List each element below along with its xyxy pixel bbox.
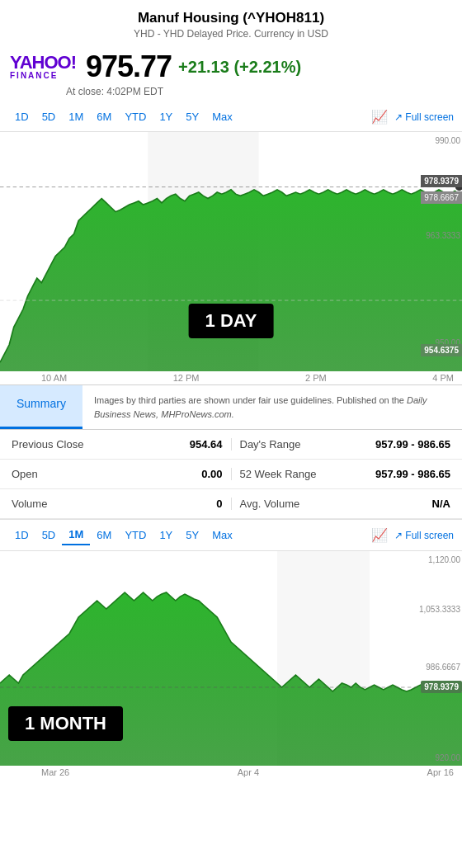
x-label-12pm: 12 PM bbox=[173, 373, 200, 383]
stats-divider-3 bbox=[231, 498, 232, 510]
chart-1-month-label: 1 MONTH bbox=[8, 706, 123, 741]
tab-5d[interactable]: 5D bbox=[35, 107, 63, 126]
yahoo-finance-label: FINANCE bbox=[10, 72, 58, 80]
x-label-2pm: 2 PM bbox=[305, 373, 327, 383]
chart-1-x-labels: 10 AM 12 PM 2 PM 4 PM bbox=[0, 371, 462, 384]
chart-type-icon[interactable]: 📈 bbox=[371, 109, 388, 125]
prev-close-value: 954.64 bbox=[157, 438, 223, 451]
x2-label-apr4: Apr 4 bbox=[238, 767, 259, 777]
yahoo-logo-text: YAHOO! bbox=[10, 54, 76, 72]
stock-subtitle: YHD - YHD Delayed Price. Currency in USD bbox=[8, 28, 454, 40]
tab2-5d[interactable]: 5D bbox=[35, 526, 63, 545]
stats-table: Previous Close 954.64 Day's Range 957.99… bbox=[0, 430, 462, 519]
y2-label-1: 1,120.00 bbox=[428, 555, 460, 564]
price-time: At close: 4:02PM EDT bbox=[0, 86, 462, 102]
x2-label-apr16: Apr 16 bbox=[427, 767, 454, 777]
avg-volume-value: N/A bbox=[384, 498, 450, 510]
chart-1-wrapper: 990.00 978.6667 963.3333 950.00 bbox=[0, 132, 462, 384]
chart2-price-tag: 978.9379 bbox=[421, 681, 462, 693]
chart-2: 978.9379 1 MONTH bbox=[0, 551, 462, 766]
x-label-10am: 10 AM bbox=[41, 373, 67, 383]
y-label-1: 990.00 bbox=[435, 136, 460, 145]
tab2-1y[interactable]: 1Y bbox=[153, 526, 179, 545]
tab2-6m[interactable]: 6M bbox=[90, 526, 118, 545]
yahoo-logo: YAHOO! FINANCE bbox=[10, 54, 76, 80]
summary-tab[interactable]: Summary bbox=[0, 385, 82, 429]
chart-1-day-label: 1 DAY bbox=[189, 304, 274, 338]
days-range-label: Day's Range bbox=[240, 438, 375, 451]
stats-divider-1 bbox=[231, 438, 232, 451]
stock-title: Manuf Housing (^YHOH811) bbox=[8, 10, 454, 26]
stats-cell-prev-close: Previous Close 954.64 bbox=[12, 438, 223, 451]
tab-6m[interactable]: 6M bbox=[90, 107, 118, 126]
stats-cell-days-range: Day's Range 957.99 - 986.65 bbox=[240, 438, 451, 451]
y-axis-labels-2: 1,120.00 1,053.3333 986.6667 920.00 bbox=[408, 551, 462, 766]
tab2-1m[interactable]: 1M bbox=[62, 525, 90, 545]
stats-cell-avg-volume: Avg. Volume N/A bbox=[240, 498, 451, 510]
days-range-value: 957.99 - 986.65 bbox=[375, 438, 450, 451]
stock-header: Manuf Housing (^YHOH811) YHD - YHD Delay… bbox=[0, 0, 462, 43]
volume-label: Volume bbox=[12, 498, 157, 510]
fullscreen-button[interactable]: ↗ Full screen bbox=[394, 111, 454, 123]
prev-close-label: Previous Close bbox=[12, 438, 157, 451]
open-value: 0.00 bbox=[157, 468, 223, 480]
stats-row-1: Previous Close 954.64 Day's Range 957.99… bbox=[0, 430, 462, 460]
y2-label-3: 986.6667 bbox=[426, 663, 460, 672]
stats-cell-open: Open 0.00 bbox=[12, 468, 223, 480]
fair-use-text: Images by third parties are shown under … bbox=[94, 395, 427, 419]
tab-max[interactable]: Max bbox=[205, 107, 239, 126]
summary-section: Summary Images by third parties are show… bbox=[0, 384, 462, 430]
tab-bar-2: 1D 5D 1M 6M YTD 1Y 5Y Max 📈 ↗ Full scree… bbox=[0, 519, 462, 551]
fullscreen2-label: Full screen bbox=[405, 530, 454, 541]
stats-divider-2 bbox=[231, 468, 232, 480]
tab2-ytd[interactable]: YTD bbox=[118, 526, 153, 545]
tab-1d[interactable]: 1D bbox=[8, 107, 35, 126]
stats-cell-52week: 52 Week Range 957.99 - 986.65 bbox=[240, 468, 451, 480]
volume-value: 0 bbox=[157, 498, 223, 510]
fullscreen2-arrow-icon: ↗ bbox=[394, 530, 403, 541]
fair-use-notice: Images by third parties are shown under … bbox=[82, 385, 462, 429]
y2-label-4: 920.00 bbox=[435, 753, 460, 762]
tab2-1d[interactable]: 1D bbox=[8, 526, 35, 545]
chart-1: 978.9379 978.6667 954.6375 1 DAY bbox=[0, 132, 462, 371]
y-label-3: 963.3333 bbox=[426, 231, 460, 240]
stats-cell-volume: Volume 0 bbox=[12, 498, 223, 510]
tab2-max[interactable]: Max bbox=[205, 526, 239, 545]
y2-label-2: 1,053.3333 bbox=[419, 605, 460, 614]
x-label-4pm: 4 PM bbox=[432, 373, 454, 383]
price-row: YAHOO! FINANCE 975.77 +21.13 (+2.21%) bbox=[0, 43, 462, 86]
52week-value: 957.99 - 986.65 bbox=[375, 468, 450, 480]
stats-row-2: Open 0.00 52 Week Range 957.99 - 986.65 bbox=[0, 460, 462, 489]
price-tag-low: 954.6375 bbox=[421, 344, 462, 356]
tab2-5y[interactable]: 5Y bbox=[179, 526, 205, 545]
tab-ytd[interactable]: YTD bbox=[118, 107, 153, 126]
price-tag-mid: 978.6667 bbox=[421, 191, 462, 204]
chart-2-wrapper: 1,120.00 1,053.3333 986.6667 920.00 bbox=[0, 551, 462, 779]
open-label: Open bbox=[12, 468, 157, 480]
y-axis-labels: 990.00 978.6667 963.3333 950.00 bbox=[412, 132, 462, 355]
tab-bar-1: 1D 5D 1M 6M YTD 1Y 5Y Max 📈 ↗ Full scree… bbox=[0, 102, 462, 132]
tab-1m[interactable]: 1M bbox=[62, 107, 90, 126]
current-price: 975.77 bbox=[86, 50, 172, 84]
price-tag-current: 978.9379 bbox=[421, 175, 462, 187]
stats-row-3: Volume 0 Avg. Volume N/A bbox=[0, 489, 462, 519]
tab-1y[interactable]: 1Y bbox=[153, 107, 179, 126]
fullscreen-label: Full screen bbox=[405, 111, 454, 123]
chart-2-x-labels: Mar 26 Apr 4 Apr 16 bbox=[0, 766, 462, 779]
price-change: +21.13 (+2.21%) bbox=[178, 58, 301, 77]
chart2-type-icon[interactable]: 📈 bbox=[371, 527, 388, 543]
fullscreen-button-2[interactable]: ↗ Full screen bbox=[394, 530, 454, 541]
52week-label: 52 Week Range bbox=[240, 468, 375, 480]
x2-label-mar26: Mar 26 bbox=[41, 767, 69, 777]
avg-volume-label: Avg. Volume bbox=[240, 498, 385, 510]
fullscreen-arrow-icon: ↗ bbox=[394, 111, 403, 123]
tab-5y[interactable]: 5Y bbox=[179, 107, 205, 126]
